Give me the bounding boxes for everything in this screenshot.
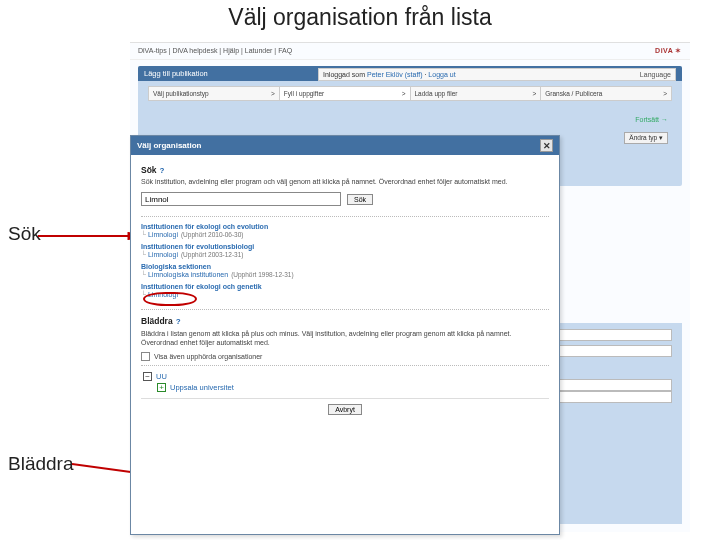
expand-icon[interactable]: + [157,383,166,392]
search-row: Sök [141,192,549,206]
result-item[interactable]: Institutionen för evolutionsbiologi └Lim… [141,243,549,259]
step-4[interactable]: Granska / Publicera> [541,86,672,101]
checkbox-label: Visa även upphörda organisationer [154,353,262,360]
help-icon[interactable]: ? [160,166,165,175]
link[interactable]: DiVA helpdesk [172,47,217,54]
help-icon[interactable]: ? [176,317,181,326]
modal-header: Välj organisation ✕ [131,136,559,155]
search-heading: Sök? [141,165,549,175]
close-icon[interactable]: ✕ [540,139,553,152]
highlight-oval [143,292,197,306]
brand-logo: DiVA ✶ [655,47,682,55]
result-item[interactable]: Biologiska sektionen └Limnologiska insti… [141,263,549,279]
link[interactable]: Hjälp [223,47,239,54]
show-expired-checkbox-row[interactable]: Visa även upphörda organisationer [141,352,549,361]
search-hint: Sök institution, avdelning eller program… [141,177,549,186]
language-label[interactable]: Language [640,71,671,78]
logged-in-as: Inloggad som Peter Eklöv (staff) · Logga… [323,71,456,78]
browse-hint: Bläddra i listan genom att klicka på plu… [141,329,549,347]
svg-line-2 [72,464,138,473]
label-sok: Sök [8,223,41,245]
step-1[interactable]: Välj publikationstyp> [148,86,280,101]
modal-title: Välj organisation [137,141,201,150]
modal-body: Sök? Sök institution, avdelning eller pr… [131,155,559,423]
change-type-button[interactable]: Ändra typ ▾ [624,132,668,144]
app-stage: DiVA-tips | DiVA helpdesk | Hjälp | Latu… [130,42,690,532]
browse-heading: Bläddra? [141,316,549,326]
result-item[interactable]: Institutionen för ekologi och genetik └L… [141,283,549,299]
org-tree: − UU + Uppsala universitet [141,372,549,392]
tree-node-root[interactable]: − UU [143,372,549,381]
cancel-button[interactable]: Avbryt [328,404,362,415]
arrow-sok [38,232,136,240]
top-links: DiVA-tips | DiVA helpdesk | Hjälp | Latu… [138,47,292,55]
link[interactable]: DiVA-tips [138,47,167,54]
choose-organisation-modal: Välj organisation ✕ Sök? Sök institution… [130,135,560,535]
link[interactable]: FAQ [278,47,292,54]
logout-link[interactable]: Logga ut [428,71,455,78]
login-row: Inloggad som Peter Eklöv (staff) · Logga… [318,68,676,81]
page-title: Välj organisation från lista [0,0,720,33]
top-bar: DiVA-tips | DiVA helpdesk | Hjälp | Latu… [130,43,690,60]
label-bladdra: Bläddra [8,453,74,475]
checkbox-icon[interactable] [141,352,150,361]
search-button[interactable]: Sök [347,194,373,205]
result-item[interactable]: Institutionen för ekologi och evolution … [141,223,549,239]
search-input[interactable] [141,192,341,206]
continue-link[interactable]: Fortsätt → [635,116,668,123]
modal-footer: Avbryt [141,398,549,419]
tree-node-child[interactable]: + Uppsala universitet [157,383,549,392]
step-3[interactable]: Ladda upp filer> [411,86,542,101]
wizard-steps: Välj publikationstyp> Fyll i uppgifter> … [148,86,672,101]
collapse-icon[interactable]: − [143,372,152,381]
link[interactable]: Latunder [245,47,273,54]
step-2[interactable]: Fyll i uppgifter> [280,86,411,101]
